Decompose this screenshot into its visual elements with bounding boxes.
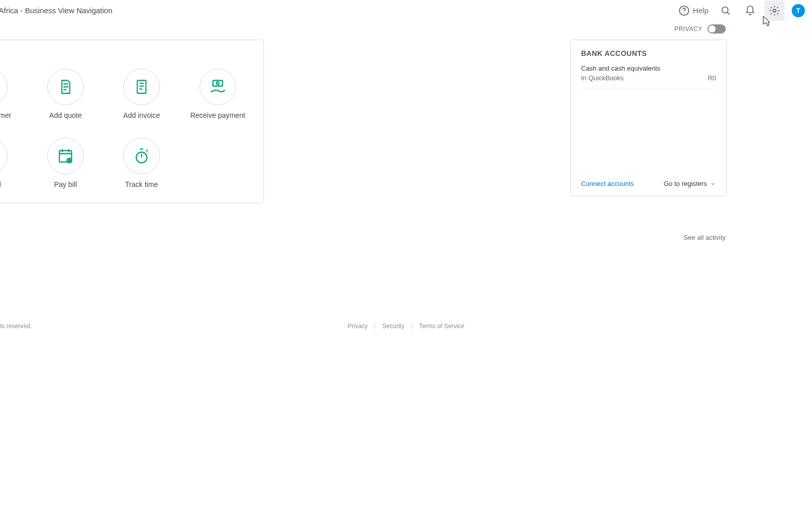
toggle-knob: [708, 25, 716, 33]
privacy-label: PRIVACY: [674, 25, 702, 33]
avatar[interactable]: T: [792, 4, 805, 17]
bank-account-sublabel: In QuickBooks: [581, 74, 624, 82]
shortcuts-card: SHORTCUTS Add customer Add quote: [0, 40, 264, 203]
bell-icon: [745, 5, 756, 16]
go-to-registers-button[interactable]: Go to registers: [664, 180, 716, 187]
shortcut-label: Add customer: [0, 111, 11, 119]
footer-link-terms[interactable]: Terms of Service: [412, 323, 471, 330]
settings-button[interactable]: [764, 1, 785, 21]
top-bar: South Africa - Business View Navigation …: [0, 0, 812, 21]
bank-account-balance: R0: [707, 74, 716, 82]
hand-money-icon: [208, 77, 227, 97]
search-icon: [720, 5, 731, 16]
svg-point-9: [216, 82, 219, 84]
footer-link-security[interactable]: Security: [375, 323, 411, 330]
shortcut-add-invoice[interactable]: Add invoice: [106, 69, 177, 119]
go-to-registers-label: Go to registers: [664, 180, 707, 187]
gear-icon: [769, 5, 780, 16]
bank-account-name: Cash and cash equivalents: [581, 65, 716, 72]
shortcut-add-bill[interactable]: Add bill: [0, 138, 25, 188]
stopwatch-icon: [132, 147, 151, 165]
notifications-button[interactable]: [740, 1, 760, 21]
shortcut-pay-bill[interactable]: $ Pay bill: [30, 138, 101, 188]
document-icon: [57, 78, 74, 96]
help-label: Help: [693, 6, 708, 15]
shortcut-add-customer[interactable]: Add customer: [0, 69, 25, 119]
footer-rights: © Intuit Inc. All rights reserved.: [0, 323, 32, 330]
bank-account-row[interactable]: Cash and cash equivalents In QuickBooks …: [581, 65, 716, 88]
search-button[interactable]: [716, 1, 736, 21]
footer: © Intuit Inc. All rights reserved. Priva…: [0, 323, 812, 330]
shortcut-label: Receive payment: [190, 111, 245, 119]
see-all-activity-row: See all activity: [0, 203, 812, 241]
invoice-icon: [133, 78, 150, 96]
shortcut-track-time[interactable]: Track time: [106, 138, 177, 188]
topbar-actions: Help T: [675, 1, 805, 21]
shortcut-label: Add bill: [0, 180, 1, 188]
shortcuts-grid: Add customer Add quote Add invoice: [0, 69, 251, 188]
svg-line-3: [727, 12, 730, 14]
bank-accounts-card: BANK ACCOUNTS Cash and cash equivalents …: [570, 40, 727, 196]
connect-accounts-link[interactable]: Connect accounts: [581, 180, 634, 187]
shortcut-receive-payment[interactable]: Receive payment: [182, 69, 253, 119]
svg-point-1: [684, 12, 685, 13]
privacy-row: PRIVACY: [0, 21, 812, 40]
privacy-toggle[interactable]: [707, 24, 726, 34]
shortcut-label: Add invoice: [123, 111, 160, 119]
calendar-money-icon: $: [56, 147, 75, 165]
shortcut-label: Add quote: [49, 111, 82, 119]
page-title: South Africa - Business View Navigation: [0, 6, 113, 15]
help-icon: [679, 5, 690, 16]
chevron-down-icon: [710, 181, 716, 187]
svg-rect-7: [138, 80, 146, 93]
see-all-activity-link[interactable]: See all activity: [684, 234, 726, 241]
footer-link-privacy[interactable]: Privacy: [341, 323, 375, 330]
shortcut-add-quote[interactable]: Add quote: [30, 69, 101, 119]
shortcut-label: Track time: [125, 180, 158, 188]
svg-point-4: [773, 9, 776, 12]
svg-rect-8: [213, 80, 223, 86]
help-button[interactable]: Help: [675, 5, 712, 16]
bank-accounts-title: BANK ACCOUNTS: [581, 49, 716, 57]
shortcut-label: Pay bill: [54, 180, 77, 188]
shortcuts-title: SHORTCUTS: [0, 49, 251, 57]
